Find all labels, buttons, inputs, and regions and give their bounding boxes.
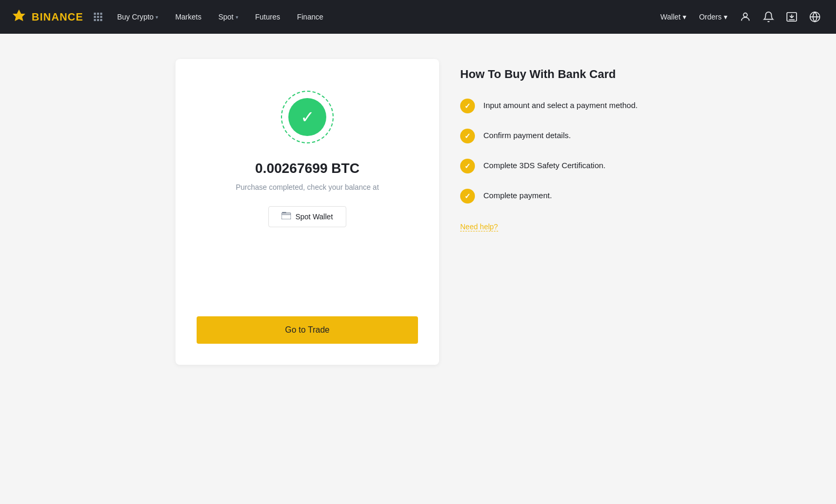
- caret-icon: ▾: [155, 14, 158, 20]
- purchase-subtitle: Purchase completed, check your balance a…: [236, 183, 379, 191]
- how-to-panel: How To Buy With Bank Card ✓ Input amount…: [460, 59, 660, 231]
- svg-rect-10: [282, 212, 286, 214]
- logo-text: BINANCE: [32, 11, 83, 23]
- how-to-title: How To Buy With Bank Card: [460, 67, 660, 81]
- spot-wallet-label: Spot Wallet: [295, 212, 333, 221]
- svg-rect-9: [281, 213, 291, 219]
- purchase-card: ✓ 0.00267699 BTC Purchase completed, che…: [176, 59, 439, 365]
- btc-amount: 0.00267699 BTC: [255, 160, 359, 177]
- step-4: ✓ Complete payment.: [460, 188, 660, 203]
- checkmark-circle: ✓: [288, 98, 326, 136]
- wallet-card-icon: [281, 212, 291, 221]
- main-content: ✓ 0.00267699 BTC Purchase completed, che…: [128, 34, 708, 390]
- nav-buy-crypto[interactable]: Buy Crypto ▾: [111, 0, 164, 34]
- check-icon: ✓: [300, 109, 315, 125]
- go-to-trade-button[interactable]: Go to Trade: [197, 316, 418, 344]
- step-4-text: Complete payment.: [483, 188, 552, 202]
- nav-markets[interactable]: Markets: [169, 0, 208, 34]
- step-1-text: Input amount and select a payment method…: [483, 98, 638, 112]
- caret-icon: ▾: [724, 13, 727, 21]
- caret-icon: ▾: [236, 14, 238, 20]
- language-icon[interactable]: [804, 0, 825, 34]
- nav-futures[interactable]: Futures: [249, 0, 286, 34]
- notification-icon[interactable]: [758, 0, 779, 34]
- svg-marker-0: [13, 9, 25, 21]
- step-3-text: Complete 3DS Safety Certification.: [483, 158, 606, 172]
- step-1: ✓ Input amount and select a payment meth…: [460, 98, 660, 113]
- navbar: BINANCE Buy Crypto ▾ Markets Spot ▾ Futu…: [0, 0, 836, 34]
- need-help-link[interactable]: Need help?: [460, 222, 498, 231]
- step-2-text: Confirm payment details.: [483, 128, 571, 142]
- nav-right: Wallet ▾ Orders ▾: [655, 0, 825, 34]
- spot-wallet-button[interactable]: Spot Wallet: [268, 206, 346, 227]
- logo[interactable]: BINANCE: [11, 8, 83, 25]
- step-3: ✓ Complete 3DS Safety Certification.: [460, 158, 660, 173]
- step-check-icon: ✓: [460, 159, 475, 173]
- download-icon[interactable]: [781, 0, 802, 34]
- step-check-icon: ✓: [460, 129, 475, 143]
- grid-icon[interactable]: [94, 13, 102, 21]
- step-2: ✓ Confirm payment details.: [460, 128, 660, 143]
- nav-spot[interactable]: Spot ▾: [212, 0, 245, 34]
- step-check-icon: ✓: [460, 99, 475, 113]
- nav-finance[interactable]: Finance: [290, 0, 329, 34]
- success-indicator: ✓: [281, 91, 334, 143]
- nav-orders[interactable]: Orders ▾: [694, 0, 733, 34]
- nav-wallet[interactable]: Wallet ▾: [655, 0, 692, 34]
- user-icon[interactable]: [735, 0, 756, 34]
- caret-icon: ▾: [683, 13, 686, 21]
- step-check-icon: ✓: [460, 189, 475, 203]
- svg-point-1: [743, 13, 747, 17]
